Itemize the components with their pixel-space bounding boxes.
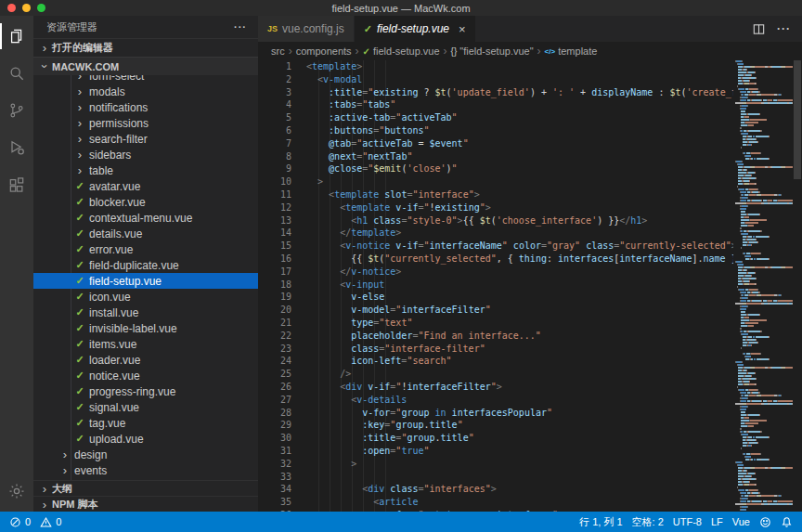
- code-line[interactable]: 24 icon-left="search": [258, 355, 733, 368]
- status-item[interactable]: UTF-8: [673, 516, 702, 527]
- code-line[interactable]: 4 :tabs="tabs": [258, 98, 733, 111]
- tree-item[interactable]: ✓upload.vue: [33, 431, 258, 447]
- split-editor-button[interactable]: [752, 22, 766, 36]
- code-line[interactable]: 12 <template v-if="!existing">: [258, 201, 733, 214]
- code-line[interactable]: 35 <article: [258, 496, 733, 509]
- status-item[interactable]: Vue: [732, 516, 750, 527]
- code-line[interactable]: 29 :key="group.title": [258, 419, 733, 432]
- section-workspace[interactable]: › MACWK.COM: [33, 57, 258, 75]
- status-item[interactable]: 空格: 2: [632, 515, 664, 529]
- tree-item[interactable]: ✓notice.vue: [33, 368, 258, 383]
- tree-item[interactable]: ✓avatar.vue: [33, 178, 258, 194]
- code-line[interactable]: 14 </template>: [258, 227, 733, 240]
- tree-item[interactable]: ›sidebars: [33, 147, 258, 162]
- code-line[interactable]: 11 <template slot="interface">: [258, 188, 733, 201]
- code-line[interactable]: 1<template>: [258, 60, 733, 73]
- ellipsis-button[interactable]: ···: [777, 22, 791, 35]
- tree-item[interactable]: ✓items.vue: [33, 336, 258, 352]
- code-line[interactable]: 25 />: [258, 368, 733, 381]
- status-bell[interactable]: [781, 516, 793, 528]
- tree-item[interactable]: ›notifications: [33, 99, 258, 115]
- tree-item[interactable]: ›modals: [33, 84, 258, 99]
- activitybar-source-control[interactable]: [0, 92, 33, 129]
- code-line[interactable]: 31 :open="true": [258, 445, 733, 458]
- code-line[interactable]: 3 :title="existing ? $t('update_field') …: [258, 86, 733, 99]
- status-item[interactable]: LF: [711, 516, 723, 527]
- tree-item[interactable]: ✓install.vue: [33, 305, 258, 320]
- section-open-editors[interactable]: › 打开的编辑器: [33, 38, 258, 57]
- tree-item[interactable]: ✓loader.vue: [33, 352, 258, 368]
- minimize-button[interactable]: [22, 4, 31, 12]
- tree-item[interactable]: ›search-filter: [33, 131, 258, 147]
- activitybar-debug[interactable]: [0, 129, 33, 166]
- breadcrumb-item[interactable]: </>template: [545, 45, 598, 57]
- code-line[interactable]: 20 v-model="interfaceFilter": [258, 304, 733, 317]
- scrollbar-thumb[interactable]: [794, 60, 801, 179]
- code-line[interactable]: 26 <div v-if="!interfaceFilter">: [258, 381, 733, 394]
- tree-item[interactable]: ✓contextual-menu.vue: [33, 210, 258, 226]
- breadcrumb-item[interactable]: src: [271, 45, 285, 57]
- tree-item[interactable]: ✓invisible-label.vue: [33, 320, 258, 336]
- code-line[interactable]: 2 <v-modal: [258, 73, 733, 86]
- tree-item[interactable]: ›permissions: [33, 115, 258, 131]
- code-line[interactable]: 23 class="interface-filter": [258, 343, 733, 356]
- activitybar-search[interactable]: [0, 55, 33, 92]
- tree-item[interactable]: ✓details.vue: [33, 226, 258, 241]
- code-line[interactable]: 36 v-for="ext in group.interfaces": [258, 509, 733, 512]
- code-line[interactable]: 30 :title="group.title": [258, 432, 733, 445]
- activitybar-explorer[interactable]: [0, 18, 33, 55]
- code-line[interactable]: 10 >: [258, 175, 733, 188]
- code-line[interactable]: 33: [258, 471, 733, 484]
- code-line[interactable]: 34 <div class="interfaces">: [258, 483, 733, 496]
- tree-item[interactable]: ›table: [33, 162, 258, 178]
- tree-item[interactable]: ✓blocker.vue: [33, 194, 258, 210]
- code-line[interactable]: 9 @close="$emit('close')": [258, 162, 733, 175]
- status-smiley[interactable]: [759, 516, 771, 528]
- code-line[interactable]: 8 @next="nextTab": [258, 150, 733, 163]
- status-warning[interactable]: 0: [40, 516, 61, 528]
- code-line[interactable]: 6 :buttons="buttons": [258, 124, 733, 137]
- code-line[interactable]: 28 v-for="group in interfacesPopular": [258, 407, 733, 420]
- close-button[interactable]: [7, 4, 16, 12]
- tree-item[interactable]: ✓field-duplicate.vue: [33, 257, 258, 273]
- code-line[interactable]: 22 placeholder="Find an interface...": [258, 330, 733, 343]
- tree-item[interactable]: ✓progress-ring.vue: [33, 383, 258, 399]
- breadcrumb-item[interactable]: ✓field-setup.vue: [363, 45, 440, 57]
- tree-item[interactable]: ✓field-setup.vue: [33, 273, 258, 289]
- tree-item[interactable]: ›events: [33, 462, 258, 478]
- code-line[interactable]: 21 type="text": [258, 317, 733, 330]
- zoom-button[interactable]: [37, 4, 45, 12]
- code-area[interactable]: 1<template>2 <v-modal3 :title="existing …: [258, 60, 733, 512]
- code-line[interactable]: 13 <h1 class="style-0">{{ $t('choose_int…: [258, 214, 733, 227]
- section-npm-scripts[interactable]: › NPM 脚本: [33, 496, 258, 512]
- breadcrumb-item[interactable]: components: [296, 45, 352, 57]
- status-error[interactable]: 0: [9, 516, 31, 528]
- minimap[interactable]: [733, 60, 793, 512]
- code-line[interactable]: 5 :active-tab="activeTab": [258, 111, 733, 124]
- tree-item[interactable]: ›design: [33, 447, 258, 462]
- code-line[interactable]: 16 {{ $t("currently_selected", { thing: …: [258, 253, 733, 266]
- tree-item[interactable]: ✓signal.vue: [33, 399, 258, 415]
- activitybar-settings[interactable]: [0, 473, 33, 510]
- code-line[interactable]: 32 >: [258, 458, 733, 471]
- section-outline[interactable]: › 大纲: [33, 480, 258, 496]
- close-icon[interactable]: ×: [459, 22, 466, 36]
- code-line[interactable]: 7 @tab="activeTab = $event": [258, 137, 733, 150]
- tree-item[interactable]: ✓icon.vue: [33, 289, 258, 305]
- tree-item[interactable]: ✓tag.vue: [33, 415, 258, 431]
- tab-vue.config.js[interactable]: JSvue.config.js: [258, 16, 355, 42]
- more-actions-icon[interactable]: ···: [234, 21, 247, 32]
- code-line[interactable]: 19 v-else: [258, 291, 733, 304]
- scrollbar[interactable]: [793, 60, 802, 512]
- code-line[interactable]: 17 </v-notice>: [258, 266, 733, 279]
- status-item[interactable]: 行 1, 列 1: [579, 515, 622, 529]
- breadcrumb-item[interactable]: {}"field-setup.vue": [451, 45, 534, 57]
- tree-item[interactable]: ›form-select: [33, 75, 258, 84]
- editor[interactable]: 1<template>2 <v-modal3 :title="existing …: [258, 60, 802, 512]
- tree-item[interactable]: ✓error.vue: [33, 241, 258, 257]
- tab-field-setup.vue[interactable]: ✓field-setup.vue×: [355, 16, 476, 42]
- code-line[interactable]: 15 <v-notice v-if="interfaceName" color=…: [258, 240, 733, 253]
- code-line[interactable]: 27 <v-details: [258, 394, 733, 407]
- activitybar-extensions[interactable]: [0, 166, 33, 203]
- code-line[interactable]: 18 <v-input: [258, 279, 733, 292]
